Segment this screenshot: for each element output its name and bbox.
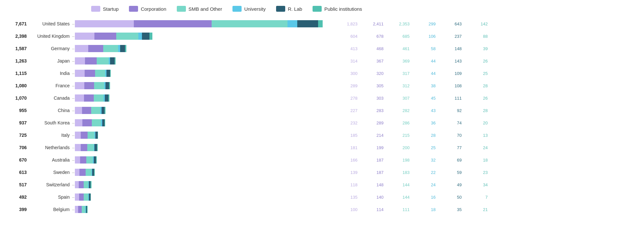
val-startup: 289 xyxy=(334,83,360,88)
val-univ: 18 xyxy=(412,207,438,212)
val-univ: 44 xyxy=(412,71,438,76)
segment-univ xyxy=(287,20,297,27)
bar-track xyxy=(75,70,111,77)
val-pub: 24 xyxy=(464,145,490,150)
legend-swatch xyxy=(129,6,138,12)
table-row: 937 South Korea – 232 289 286 36 74 20 xyxy=(7,117,637,129)
bar-track xyxy=(75,181,91,188)
segment-rlab xyxy=(297,20,318,27)
val-rlab: 143 xyxy=(438,59,464,64)
segment-startup xyxy=(75,107,82,114)
segment-startup xyxy=(75,94,84,102)
row-total: 399 xyxy=(7,207,29,212)
val-pub: 26 xyxy=(464,59,490,64)
row-label: Canada xyxy=(29,95,72,101)
val-corp: 367 xyxy=(360,59,386,64)
bar-area xyxy=(75,45,329,52)
row-total: 517 xyxy=(7,182,29,187)
bar-track xyxy=(75,132,98,139)
row-total: 1,080 xyxy=(7,83,29,88)
segment-startup xyxy=(75,119,82,126)
segment-startup xyxy=(75,57,85,64)
legend-swatch xyxy=(313,6,322,12)
segment-pub xyxy=(318,20,323,27)
row-dash: – xyxy=(72,207,75,212)
segment-rlab xyxy=(110,57,115,64)
segment-smb xyxy=(94,82,104,89)
row-values: 289 305 312 38 108 28 xyxy=(334,83,637,88)
val-rlab: 237 xyxy=(438,34,464,39)
bar-track xyxy=(75,169,95,176)
val-smb: 312 xyxy=(386,83,412,88)
row-label: Spain xyxy=(29,194,72,200)
bar-area xyxy=(75,144,329,151)
bar-area xyxy=(75,132,329,139)
row-values: 100 114 111 18 35 21 xyxy=(334,207,637,212)
segment-univ xyxy=(138,33,142,40)
legend-swatch xyxy=(91,6,100,12)
segment-startup xyxy=(75,33,94,40)
segment-smb xyxy=(91,107,100,114)
segment-rlab xyxy=(94,144,97,151)
bar-track xyxy=(75,144,98,151)
segment-rlab xyxy=(142,33,149,40)
row-label: Switzerland xyxy=(29,182,72,187)
val-corp: 2,411 xyxy=(360,21,386,26)
val-rlab: 70 xyxy=(438,133,464,138)
legend-item-startup: Startup xyxy=(91,6,119,12)
val-startup: 139 xyxy=(334,170,360,175)
row-dash: – xyxy=(72,170,75,175)
table-row: 517 Switzerland – 118 148 144 24 49 34 xyxy=(7,178,637,191)
segment-pub xyxy=(97,144,98,151)
segment-corp xyxy=(84,94,94,102)
row-values: 166 187 198 32 69 18 xyxy=(334,158,637,163)
row-values: 232 289 286 36 74 20 xyxy=(334,121,637,125)
segment-pub xyxy=(91,193,91,201)
segment-smb xyxy=(87,144,94,151)
segment-corp xyxy=(82,107,91,114)
row-label: Sweden xyxy=(29,170,72,175)
segment-startup xyxy=(75,20,134,27)
segment-smb xyxy=(95,70,105,77)
segment-pub xyxy=(87,206,88,213)
row-dash: – xyxy=(72,195,75,200)
segment-corp xyxy=(78,206,82,213)
val-corp: 283 xyxy=(360,108,386,113)
val-univ: 16 xyxy=(412,195,438,200)
bar-area xyxy=(75,57,329,64)
segment-corp xyxy=(79,193,84,201)
val-pub: 23 xyxy=(464,170,490,175)
chart-container: Startup Corporation SMB and Other Univer… xyxy=(0,0,644,219)
val-smb: 200 xyxy=(386,145,412,150)
legend-label: R. Lab xyxy=(288,6,302,12)
val-rlab: 108 xyxy=(438,83,464,88)
segment-pub xyxy=(115,57,116,64)
val-pub: 13 xyxy=(464,133,490,138)
val-rlab: 69 xyxy=(438,158,464,163)
table-row: 2,398 United Kingdom – 604 678 685 106 2… xyxy=(7,30,637,42)
table-row: 1,115 India – 300 320 317 44 109 25 xyxy=(7,67,637,79)
val-univ: 22 xyxy=(412,170,438,175)
val-pub: 28 xyxy=(464,83,490,88)
val-univ: 106 xyxy=(412,34,438,39)
val-corp: 303 xyxy=(360,96,386,101)
row-values: 227 283 282 43 92 28 xyxy=(334,108,637,113)
segment-pub xyxy=(125,45,126,52)
legend-item-public-institutions: Public institutions xyxy=(313,6,362,12)
val-smb: 685 xyxy=(386,34,412,39)
bar-area xyxy=(75,82,329,89)
val-rlab: 643 xyxy=(438,21,464,26)
val-smb: 317 xyxy=(386,71,412,76)
segment-corp xyxy=(81,132,88,139)
val-rlab: 77 xyxy=(438,145,464,150)
bar-area xyxy=(75,193,329,201)
table-row: 1,587 Germany – 413 468 461 58 148 39 xyxy=(7,42,637,55)
segment-corp xyxy=(85,70,95,77)
row-total: 7,671 xyxy=(7,21,29,26)
val-startup: 227 xyxy=(334,108,360,113)
val-pub: 39 xyxy=(464,46,490,51)
val-corp: 187 xyxy=(360,170,386,175)
val-startup: 232 xyxy=(334,121,360,125)
segment-pub xyxy=(110,70,111,77)
row-values: 604 678 685 106 237 88 xyxy=(334,34,637,39)
